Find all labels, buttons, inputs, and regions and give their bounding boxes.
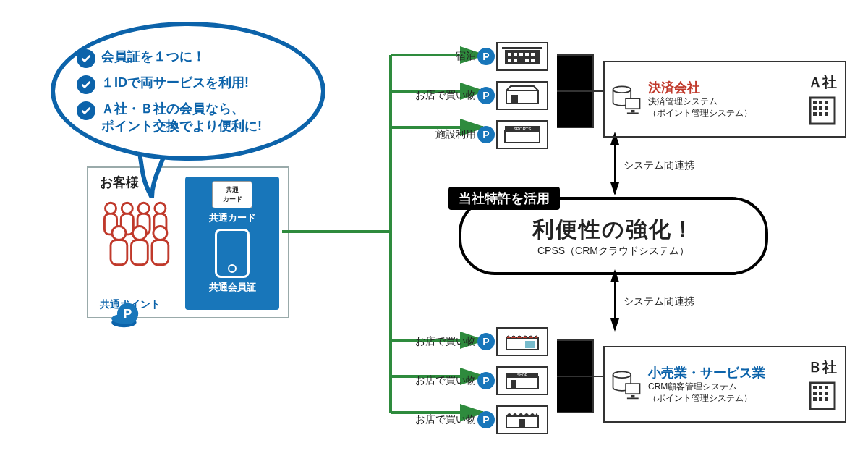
- bullet-text: １IDで両サービスを利用!: [101, 74, 249, 91]
- company-b-tag: Ｂ社: [808, 358, 837, 377]
- mini-card-icon: 共通 カード: [212, 181, 252, 208]
- company-a-tag: Ａ社: [808, 72, 837, 92]
- svg-rect-30: [511, 95, 518, 104]
- svg-rect-66: [825, 392, 828, 395]
- company-a-box: 決済会社 決済管理システム （ポイント管理システム） Ａ社: [603, 61, 846, 138]
- svg-rect-44: [631, 110, 634, 113]
- svg-rect-62: [819, 386, 822, 389]
- check-icon: [77, 101, 95, 120]
- service-label: お店で買い物: [405, 335, 476, 348]
- bullet-3: Ａ社・Ｂ社の会員なら、 ポイント交換でより便利に!: [77, 100, 315, 135]
- svg-text:SHOP: SHOP: [517, 373, 528, 377]
- svg-point-2: [122, 203, 132, 214]
- svg-rect-22: [519, 53, 523, 56]
- svg-rect-35: [525, 341, 535, 348]
- svg-rect-59: [627, 397, 639, 399]
- services-bottom: お店で買い物 P お店で買い物 P SHOP お店で買い物 P: [405, 327, 548, 434]
- company-b-box: 小売業・サービス業 CRM顧客管理システム （ポイント管理システム） Ｂ社: [603, 346, 846, 423]
- svg-rect-23: [525, 53, 529, 56]
- people-icon: [97, 197, 179, 269]
- svg-rect-39: [511, 380, 516, 389]
- svg-point-12: [153, 227, 167, 240]
- company-b-title: 小売業・サービス業: [648, 364, 800, 381]
- bullet-text: Ａ社・Ｂ社の会員なら、 ポイント交換でより便利に!: [101, 100, 262, 135]
- shop-icon: SHOP: [496, 366, 548, 395]
- svg-rect-31: [505, 131, 540, 143]
- svg-point-0: [105, 203, 116, 214]
- svg-rect-45: [627, 112, 639, 114]
- building-icon: [806, 379, 839, 412]
- service-row: お店で買い物 P: [405, 405, 548, 434]
- svg-rect-19: [502, 47, 542, 49]
- card-label: 共通カード: [209, 211, 256, 224]
- service-label: お店で買い物: [405, 413, 476, 426]
- svg-text:SPORTS: SPORTS: [514, 127, 532, 131]
- svg-rect-24: [531, 53, 535, 56]
- company-a-title: 決済会社: [648, 79, 800, 96]
- svg-rect-52: [825, 106, 828, 110]
- svg-rect-61: [813, 386, 817, 389]
- p-badge-icon: P: [477, 372, 495, 389]
- service-label: お店で買い物: [405, 374, 476, 387]
- svg-rect-27: [525, 59, 529, 62]
- point-coin-icon: P: [110, 303, 142, 329]
- svg-rect-9: [111, 240, 127, 265]
- benefits-callout: 会員証を１つに！ １IDで両サービスを利用! Ａ社・Ｂ社の会員なら、 ポイント交…: [51, 22, 326, 161]
- svg-rect-69: [825, 397, 828, 401]
- bullet-text: 会員証を１つに！: [101, 48, 205, 65]
- svg-point-4: [138, 203, 149, 214]
- company-b-sub1: CRM顧客管理システム: [648, 381, 800, 393]
- store-icon: [496, 81, 548, 110]
- svg-rect-48: [819, 101, 822, 104]
- service-row: お店で買い物 P: [405, 327, 548, 356]
- sports-icon: SPORTS: [496, 120, 548, 149]
- service-row: お店で買い物 P: [405, 81, 548, 110]
- company-b-sub2: （ポイント管理システム）: [648, 393, 800, 405]
- svg-rect-49: [825, 101, 828, 104]
- service-row: 宿泊 P: [405, 42, 548, 71]
- bullet-2: １IDで両サービスを利用!: [77, 74, 315, 94]
- p-badge-icon: P: [477, 87, 495, 104]
- shop-icon: [496, 405, 548, 434]
- p-badge-icon: P: [477, 48, 495, 65]
- svg-rect-65: [819, 392, 822, 395]
- svg-rect-26: [514, 59, 517, 62]
- system-link-label-top: システム間連携: [624, 159, 694, 172]
- svg-rect-54: [819, 112, 822, 116]
- check-icon: [77, 75, 95, 94]
- p-badge-icon: P: [477, 411, 495, 428]
- system-link-label-bottom: システム間連携: [624, 295, 694, 308]
- svg-rect-50: [813, 106, 817, 110]
- svg-rect-28: [531, 59, 535, 62]
- shop-icon: [496, 327, 548, 356]
- svg-point-56: [613, 371, 631, 378]
- svg-rect-25: [508, 59, 511, 62]
- company-a-sub1: 決済管理システム: [648, 96, 800, 108]
- service-label: お店で買い物: [405, 89, 476, 102]
- p-badge-icon: P: [477, 333, 495, 350]
- svg-rect-63: [825, 386, 828, 389]
- svg-rect-58: [631, 395, 634, 398]
- svg-point-8: [112, 227, 126, 240]
- svg-rect-20: [508, 53, 511, 56]
- customer-box: お客様 共通ポイント 共通 カード 共通カード 共通会員証: [87, 166, 289, 318]
- service-label: 宿泊: [405, 50, 476, 63]
- svg-text:P: P: [124, 306, 132, 321]
- company-a-sub2: （ポイント管理システム）: [648, 108, 800, 119]
- svg-rect-41: [519, 419, 525, 428]
- svg-rect-11: [132, 240, 148, 265]
- svg-rect-21: [514, 53, 517, 56]
- svg-rect-68: [819, 397, 822, 401]
- building-icon: [806, 93, 839, 127]
- svg-rect-64: [813, 392, 817, 395]
- hotel-icon: [496, 42, 548, 71]
- service-row: お店で買い物 P SHOP: [405, 366, 548, 395]
- svg-rect-57: [626, 384, 639, 394]
- database-icon: [610, 368, 642, 400]
- svg-rect-51: [819, 106, 822, 110]
- phone-label: 共通会員証: [209, 281, 256, 294]
- svg-rect-43: [626, 98, 639, 109]
- check-icon: [77, 49, 95, 68]
- patent-badge: 当社特許を活用: [448, 187, 560, 210]
- svg-rect-55: [825, 112, 828, 116]
